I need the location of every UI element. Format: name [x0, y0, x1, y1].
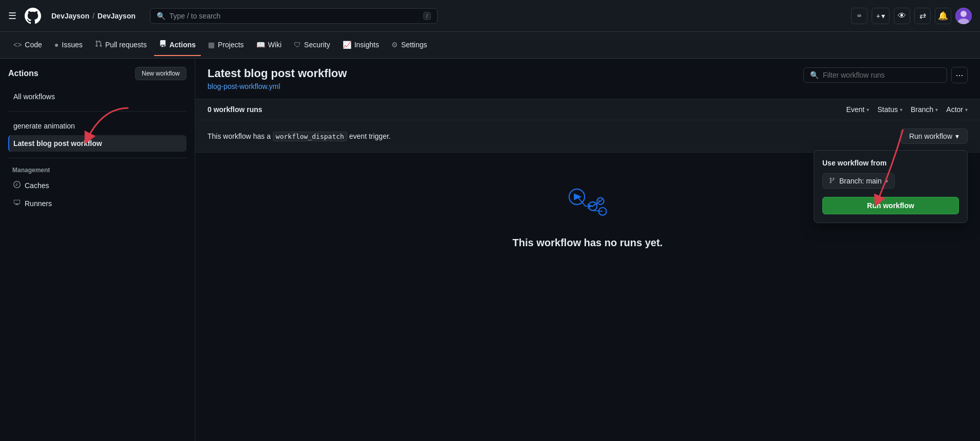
runs-area: 0 workflow runs Event ▾ Status ▾ Branch: [195, 99, 980, 441]
sidebar-divider-2: [8, 158, 186, 158]
sidebar-title: Actions: [8, 69, 39, 78]
all-workflows-label: All workflows: [13, 93, 55, 101]
filter-status[interactable]: Status ▾: [877, 105, 902, 114]
tab-issues[interactable]: ● Issues: [49, 34, 88, 56]
search-icon: 🔍: [157, 12, 165, 20]
tab-settings-label: Settings: [401, 41, 427, 49]
breadcrumb-repo[interactable]: DevJayson: [98, 12, 136, 20]
run-workflow-button[interactable]: Run workflow ▾: [900, 128, 968, 144]
tab-code-label: Code: [25, 41, 42, 49]
status-arrow-icon: ▾: [900, 107, 902, 113]
workflow-title: Latest blog post workflow: [208, 67, 347, 80]
notifications-button[interactable]: 🔔: [935, 8, 951, 24]
tab-wiki-label: Wiki: [268, 41, 281, 49]
tab-security[interactable]: 🛡 Security: [289, 34, 335, 56]
plus-chevron: ▾: [881, 12, 885, 20]
content-header: Latest blog post workflow blog-post-work…: [195, 59, 980, 99]
settings-icon: ⚙: [391, 41, 398, 49]
dispatch-suffix: event trigger.: [349, 132, 391, 140]
run-workflow-arrow: ▾: [955, 132, 959, 140]
breadcrumb-user[interactable]: DevJayson: [51, 12, 89, 20]
filter-search-icon: 🔍: [810, 71, 819, 79]
content: Latest blog post workflow blog-post-work…: [195, 59, 980, 441]
content-wrapper: Latest blog post workflow blog-post-work…: [195, 59, 980, 441]
breadcrumb-separator: /: [92, 12, 95, 20]
new-workflow-button[interactable]: New workflow: [135, 67, 186, 80]
popup-title: Use workflow from: [822, 159, 959, 167]
status-filter-label: Status: [877, 105, 898, 114]
hamburger-icon[interactable]: ☰: [8, 10, 16, 22]
branch-filter-label: Branch: [911, 105, 933, 114]
main-layout: Actions New workflow All workflows gener…: [0, 59, 980, 441]
code-icon: <>: [13, 41, 22, 49]
sidebar-header: Actions New workflow: [8, 67, 186, 80]
tab-wiki[interactable]: 📖 Wiki: [251, 34, 287, 56]
tab-pullrequests[interactable]: Pull requests: [90, 34, 152, 56]
wiki-icon: 📖: [256, 41, 265, 49]
runs-count: 0 workflow runs: [208, 105, 262, 114]
runners-icon: [13, 199, 21, 208]
tab-settings[interactable]: ⚙ Settings: [386, 34, 432, 56]
sidebar-item-runners[interactable]: Runners: [8, 195, 186, 212]
watch-button[interactable]: 👁: [894, 8, 910, 24]
tab-insights-label: Insights: [354, 41, 379, 49]
empty-state-icon: [562, 183, 613, 225]
pull-requests-icon-button[interactable]: ⇄: [914, 8, 931, 24]
github-logo: [25, 8, 41, 24]
actor-filter-label: Actor: [946, 105, 963, 114]
tab-projects-label: Projects: [218, 41, 244, 49]
sidebar-item-caches[interactable]: Caches: [8, 177, 186, 194]
runs-filters: Event ▾ Status ▾ Branch ▾ Actor: [846, 105, 968, 114]
sidebar-item-all-workflows[interactable]: All workflows: [8, 88, 186, 105]
filter-input[interactable]: 🔍: [803, 67, 947, 83]
tab-actions-label: Actions: [169, 41, 196, 49]
latest-blog-post-label: Latest blog post workflow: [13, 139, 102, 148]
breadcrumb: DevJayson / DevJayson: [51, 12, 136, 20]
svg-point-1: [960, 11, 967, 17]
create-new-button[interactable]: + ▾: [872, 8, 890, 24]
run-workflow-green-button[interactable]: Run workflow: [822, 197, 959, 214]
filter-actor[interactable]: Actor ▾: [946, 105, 968, 114]
dispatch-section: This workflow has a workflow_dispatch ev…: [195, 120, 980, 153]
projects-icon: ▦: [208, 41, 215, 49]
empty-state-text: This workflow has no runs yet.: [513, 237, 663, 249]
branch-text: Branch: main: [839, 177, 881, 185]
tab-insights[interactable]: 📈 Insights: [337, 34, 384, 56]
issues-icon: ●: [54, 41, 59, 49]
search-bar[interactable]: 🔍 Type / to search /: [150, 8, 438, 24]
search-kbd: /: [423, 12, 431, 20]
dispatch-text: This workflow has a workflow_dispatch ev…: [208, 132, 391, 140]
insights-icon: 📈: [343, 41, 351, 49]
branch-icon: [829, 177, 835, 185]
filter-event[interactable]: Event ▾: [846, 105, 869, 114]
filter-bar: 🔍 ···: [803, 67, 968, 83]
tab-pr-label: Pull requests: [105, 41, 147, 49]
sidebar-item-generate-animation[interactable]: generate animation: [8, 118, 186, 134]
workflow-info: Latest blog post workflow blog-post-work…: [208, 67, 347, 90]
workflow-yml-link[interactable]: blog-post-workflow.yml: [208, 82, 347, 90]
tab-code[interactable]: <> Code: [8, 34, 47, 56]
tab-actions[interactable]: Actions: [154, 34, 201, 56]
sidebar-item-latest-blog-post[interactable]: Latest blog post workflow: [8, 135, 186, 152]
tab-issues-label: Issues: [62, 41, 82, 49]
pr-icon: [95, 40, 102, 49]
tab-projects[interactable]: ▦ Projects: [203, 34, 249, 56]
avatar[interactable]: [955, 8, 972, 24]
generate-animation-label: generate animation: [13, 122, 75, 130]
plus-icon: +: [876, 12, 880, 20]
repo-tabs: <> Code ● Issues Pull requests Actions ▦…: [0, 32, 980, 59]
terminal-button[interactable]: ⌨: [851, 8, 868, 24]
run-workflow-dropdown: Use workflow from Branch: main ▾ Run wor…: [814, 150, 968, 223]
management-label: Management: [8, 164, 186, 177]
filter-workflow-runs-input[interactable]: [823, 71, 940, 79]
filter-branch[interactable]: Branch ▾: [911, 105, 938, 114]
runs-toolbar: 0 workflow runs Event ▾ Status ▾ Branch: [195, 99, 980, 120]
caches-icon: [13, 181, 21, 190]
sidebar-divider-1: [8, 111, 186, 112]
top-nav: ☰ DevJayson / DevJayson 🔍 Type / to sear…: [0, 0, 980, 32]
caches-label: Caches: [25, 181, 49, 190]
branch-arrow-icon: ▾: [935, 107, 938, 113]
more-options-button[interactable]: ···: [951, 67, 968, 83]
dispatch-prefix: This workflow has a: [208, 132, 271, 140]
branch-selector[interactable]: Branch: main ▾: [822, 173, 895, 189]
